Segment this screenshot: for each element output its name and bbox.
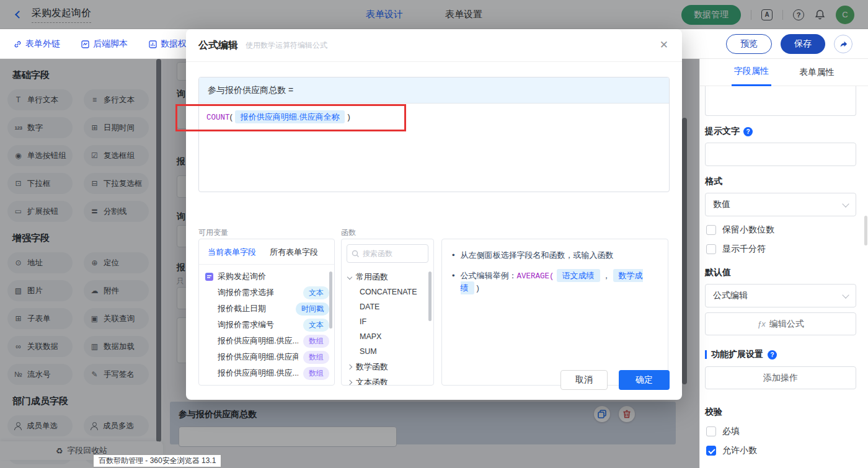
tab-form-properties[interactable]: 表单属性 (797, 60, 836, 86)
browser-status-tooltip: 百数帮助管理 - 360安全浏览器 13.1 (93, 454, 221, 467)
chevron-down-icon (347, 274, 352, 279)
tab-all-form-fields[interactable]: 所有表单字段 (270, 247, 318, 258)
chevron-down-icon (842, 200, 849, 207)
type-badge: 文本 (303, 286, 329, 299)
share-button[interactable] (834, 35, 852, 53)
formula-editor-modal: 公式编辑 使用数学运算符编辑公式 ✕ 参与报价供应商总数 = COUNT(报价供… (186, 29, 682, 400)
formula-editor-box[interactable]: 参与报价供应商总数 = COUNT(报价供应商明细.供应商全称) (198, 77, 670, 192)
type-badge: 数组 (303, 335, 329, 348)
extension-help-icon[interactable]: ? (768, 350, 777, 360)
save-button[interactable]: 保存 (781, 34, 825, 54)
function-search[interactable] (347, 244, 428, 263)
tab-current-form-fields[interactable]: 当前表单字段 (208, 247, 256, 258)
confirm-button[interactable]: 确定 (619, 370, 670, 390)
variable-item[interactable]: 报价供应商明细.供应...数组 (205, 333, 329, 349)
property-panel: 字段属性 表单属性 提示文字? 格式 数值 保留小数位数 显示千分符 默认值 公… (699, 59, 868, 468)
keep-decimal-checkbox[interactable] (706, 225, 716, 235)
formula-target: 参与报价供应商总数 = (199, 77, 669, 104)
field-title-input[interactable] (705, 86, 856, 116)
functions-label: 函数 (341, 227, 356, 238)
form-external-label: 表单外链 (25, 38, 60, 50)
variables-scrollbar[interactable] (329, 272, 332, 329)
validate-label: 校验 (705, 407, 722, 418)
help-line-2: 公式编辑举例：AVERAGE(语文成绩，数学成绩) (461, 270, 658, 294)
thousand-separator-checkbox[interactable] (706, 244, 716, 254)
extension-settings-label: 功能扩展设置 (711, 349, 763, 360)
function-group-common[interactable]: 常用函数 (348, 269, 427, 285)
add-action-button[interactable]: 添加操作 (705, 366, 856, 389)
allow-decimal-option[interactable]: 允许小数 (706, 445, 857, 456)
required-option[interactable]: 必填 (706, 426, 857, 437)
type-badge: 时间戳 (296, 302, 329, 316)
backend-script-link[interactable]: 后端脚本 (81, 38, 128, 50)
example-chip-1: 语文成绩 (557, 269, 600, 282)
format-value: 数值 (713, 199, 730, 210)
edit-formula-button[interactable]: ƒx编辑公式 (705, 312, 856, 335)
variable-item[interactable]: 询报价需求编号文本 (205, 317, 329, 333)
type-badge: 文本 (303, 319, 329, 332)
function-item[interactable]: IF (348, 314, 427, 329)
format-label: 格式 (705, 176, 722, 187)
function-search-input[interactable] (363, 249, 422, 258)
hint-text-input[interactable] (705, 143, 856, 166)
chevron-down-icon (842, 291, 849, 298)
app-root: 采购发起询价 表单设计 表单设置 数据管理 A ? C 表单外链 (0, 0, 868, 468)
function-item[interactable]: SUM (348, 344, 427, 359)
required-checkbox[interactable] (706, 426, 716, 436)
modal-dim-overlay (0, 0, 868, 29)
close-icon[interactable]: ✕ (660, 38, 668, 51)
share-arrow-icon (839, 40, 848, 49)
format-select[interactable]: 数值 (705, 193, 856, 216)
data-permission-icon (149, 40, 157, 48)
fx-icon: ƒx (757, 319, 766, 329)
hint-help-icon[interactable]: ? (743, 127, 753, 136)
default-value-label: 默认值 (705, 267, 731, 278)
thousand-separator-option[interactable]: 显示千分符 (706, 244, 857, 255)
annotation-red-box (175, 104, 406, 131)
functions-scrollbar[interactable] (428, 272, 432, 321)
property-panel-scrollbar[interactable] (864, 216, 867, 245)
cancel-button[interactable]: 取消 (560, 370, 608, 390)
script-icon (81, 40, 89, 48)
backend-script-label: 后端脚本 (93, 38, 128, 50)
example-function: AVERAGE( (517, 272, 554, 281)
form-external-link[interactable]: 表单外链 (14, 38, 60, 50)
form-doc-icon (205, 273, 213, 281)
preview-button[interactable]: 预览 (726, 34, 772, 54)
function-item[interactable]: MAPX (348, 329, 427, 344)
modal-title: 公式编辑 (198, 39, 238, 52)
allow-decimal-checkbox[interactable] (706, 446, 716, 456)
hint-label: 提示文字 (705, 126, 740, 137)
link-icon (14, 40, 22, 48)
search-icon (352, 250, 360, 258)
modal-subtitle: 使用数学运算符编辑公式 (246, 40, 327, 51)
variables-root-node[interactable]: 采购发起询价 (205, 268, 329, 285)
default-value: 公式编辑 (713, 290, 748, 301)
keep-decimal-option[interactable]: 保留小数位数 (706, 224, 857, 236)
variables-label: 可用变量 (198, 227, 228, 238)
variable-item[interactable]: 询报价需求选择文本 (205, 285, 329, 301)
function-item[interactable]: DATE (348, 299, 427, 314)
variable-item[interactable]: 报价截止日期时间戳 (205, 301, 329, 317)
default-value-select[interactable]: 公式编辑 (705, 284, 856, 307)
help-line-1: 从左侧面板选择字段名和函数，或输入函数 (461, 249, 614, 262)
tab-field-properties[interactable]: 字段属性 (732, 58, 771, 86)
function-item[interactable]: CONCATENATE (348, 285, 427, 299)
